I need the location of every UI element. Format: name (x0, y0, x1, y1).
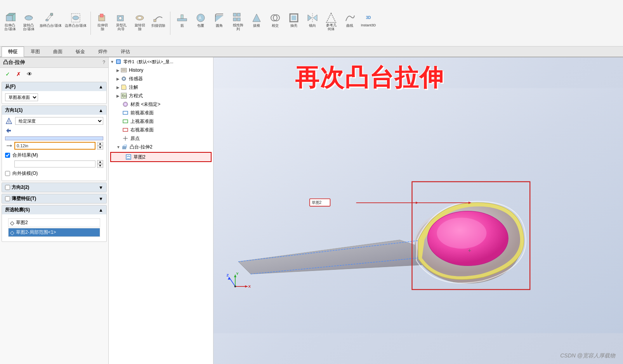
toolbar-shell[interactable]: 抽壳 (285, 12, 302, 29)
toolbar-curves[interactable]: 曲线 (341, 12, 358, 29)
tree-item-notes[interactable]: ▶ 注解 (109, 83, 213, 91)
toolbar-draft[interactable]: 拔模 (248, 12, 265, 29)
curves-icon (344, 12, 355, 23)
tree-item-sketch2[interactable]: 草图2 (110, 152, 212, 162)
from-select[interactable]: 草图基准面 (5, 93, 38, 101)
linear-pattern-icon (233, 12, 243, 23)
depth-decrement[interactable]: ▼ (97, 146, 103, 150)
section-selected-contours: 所选轮廓(S) ▲ ◇ 草图2 ◇ 草图2-局部范围<1> (2, 205, 107, 242)
extrude-cut-icon (97, 12, 108, 23)
tree-history-icon (120, 67, 127, 74)
toolbar-intersect[interactable]: 相交 (267, 12, 284, 29)
section-direction1-header[interactable]: 方向1(1) ▲ (2, 106, 106, 115)
toolbar-hole-wizard[interactable]: 异型孔向导 (113, 12, 130, 33)
tree-item-equations[interactable]: ▶ f(x) 方程式 (109, 91, 213, 100)
toolbar-icons: 拉伸凸台/基体 旋转凸台/基体 放样凸台/基体 边界凸台/基体 (2, 12, 621, 35)
extrude-boss-icon (5, 12, 16, 23)
toolbar-label: 拉伸切除 (97, 23, 108, 32)
toolbar-ref-geometry[interactable]: 参考几何体 (323, 12, 340, 33)
tree-notes-arrow[interactable]: ▶ (116, 85, 120, 90)
section-thin-feature-header[interactable]: 薄壁特征(T) ▼ (2, 194, 106, 203)
tree-item-sensors[interactable]: ▶ 传感器 (109, 74, 213, 83)
svg-rect-52 (123, 111, 128, 114)
intersect-icon (270, 12, 281, 23)
tree-item-extrude2[interactable]: ▼ 凸台-拉伸2 (109, 143, 213, 151)
tree-root[interactable]: ▼ 零件1（默认<<默认>_显... (109, 57, 213, 66)
toolbar-label: 曲线 (346, 23, 353, 28)
prop-cancel-button[interactable]: ✗ (14, 69, 23, 79)
direction2-checkbox[interactable] (5, 185, 10, 190)
direction1-depth-box (5, 136, 103, 140)
svg-point-15 (138, 17, 142, 19)
section-direction2: 方向2(2) ▼ (2, 183, 107, 192)
toolbar-instant3d[interactable]: 3D Instant3D (360, 12, 377, 28)
tree-item-material[interactable]: 材质 <未指定> (109, 100, 213, 109)
tree-history-arrow[interactable]: ▶ (116, 68, 120, 72)
direction-icon (5, 117, 13, 125)
toolbar-linear-pattern[interactable]: 线性阵列 (229, 12, 246, 33)
toolbar-loft-boss[interactable]: 放样凸台/基体 (39, 12, 62, 29)
tab-features[interactable]: 特征 (2, 47, 24, 57)
properties-panel: 凸台-拉伸 ? ✓ ✗ 👁 从(F) ▲ 草图基准面 (0, 57, 109, 364)
section-direction2-header[interactable]: 方向2(2) ▼ (2, 183, 106, 192)
toolbar-mirror[interactable]: 镜向 (304, 12, 321, 29)
toolbar-boundary-boss[interactable]: 边界凸台/基体 (64, 12, 88, 29)
tree-root-arrow[interactable]: ▼ (110, 60, 114, 64)
depth-spinner: ▲ ▼ (97, 142, 103, 150)
tab-sketch[interactable]: 草图 (24, 47, 47, 57)
prop-confirm-button[interactable]: ✓ (3, 69, 12, 79)
svg-text:f(x): f(x) (122, 94, 127, 98)
contour-item-sketch2-local[interactable]: ◇ 草图2-局部范围<1> (8, 228, 100, 237)
toolbar-revolve-cut[interactable]: 旋转切除 (131, 12, 148, 33)
tree-item-right-plane[interactable]: 右视基准面 (109, 126, 213, 134)
tab-surface[interactable]: 曲面 (47, 47, 69, 57)
tab-weldment[interactable]: 焊件 (92, 47, 114, 57)
prop-eye-button[interactable]: 👁 (25, 69, 34, 79)
draft-outward-checkbox[interactable] (5, 171, 10, 176)
toolbar-wrap[interactable]: A 包覆 (192, 12, 209, 29)
tab-evaluate[interactable]: 评估 (114, 47, 137, 57)
revolve-boss-icon (23, 12, 34, 23)
toolbar-label: 放样凸台/基体 (40, 23, 62, 28)
tree-item-front-plane[interactable]: 前视基准面 (109, 109, 213, 117)
viewport[interactable]: 再次凸台拉伸 (213, 57, 623, 364)
contour-sketch2-label: 草图2 (16, 219, 28, 226)
thin-feature-checkbox[interactable] (5, 196, 10, 201)
tree-item-origin[interactable]: 原点 (109, 134, 213, 143)
tree-item-history[interactable]: ▶ History (109, 66, 213, 74)
prop-panel-title: 凸台-拉伸 (3, 59, 25, 66)
tree-sensors-arrow[interactable]: ▶ (116, 77, 120, 81)
depth-input[interactable] (14, 142, 95, 150)
toolbar-extrude-boss[interactable]: 拉伸凸台/基体 (2, 12, 19, 33)
merge-decrement[interactable]: ▼ (97, 164, 103, 168)
tree-item-top-plane[interactable]: 上视基准面 (109, 117, 213, 126)
toolbar-extrude-cut[interactable]: 拉伸切除 (94, 12, 111, 33)
toolbar-sweep-cut[interactable]: 扫描切除 (150, 12, 167, 29)
direction1-select[interactable]: 给定深度 (15, 117, 103, 125)
toolbar-label: 扫描切除 (151, 23, 165, 28)
prop-help-button[interactable]: ? (102, 60, 105, 65)
toolbar-label: 线性阵列 (233, 23, 243, 32)
section-selected-contours-header[interactable]: 所选轮廓(S) ▲ (2, 205, 106, 214)
merge-value-input[interactable] (14, 160, 95, 167)
loft-boss-icon (45, 12, 56, 23)
tree-equations-arrow[interactable]: ▶ (116, 94, 120, 98)
section-thin-feature: 薄壁特征(T) ▼ (2, 194, 107, 204)
toolbar-label: 边界凸台/基体 (65, 23, 87, 28)
toolbar-rib[interactable]: 筋 (174, 12, 191, 29)
toolbar-fillet[interactable]: 圆角 (211, 12, 228, 29)
merge-result-checkbox[interactable] (5, 153, 10, 158)
section-from-header[interactable]: 从(F) ▲ (2, 82, 106, 91)
merge-increment[interactable]: ▲ (97, 160, 103, 164)
svg-point-51 (124, 103, 127, 105)
tree-extrude2-arrow[interactable]: ▼ (116, 145, 120, 149)
depth-increment[interactable]: ▲ (97, 142, 103, 146)
tab-sheetmetal[interactable]: 钣金 (69, 47, 92, 57)
prop-header: 凸台-拉伸 ? (0, 57, 108, 68)
contour-sketch2-local-icon: ◇ (10, 229, 14, 236)
shell-icon (288, 12, 299, 23)
svg-rect-11 (100, 14, 103, 17)
toolbar-revolve-boss[interactable]: 旋转凸台/基体 (20, 12, 37, 33)
contour-item-sketch2[interactable]: ◇ 草图2 (8, 218, 100, 227)
svg-rect-40 (117, 60, 120, 63)
